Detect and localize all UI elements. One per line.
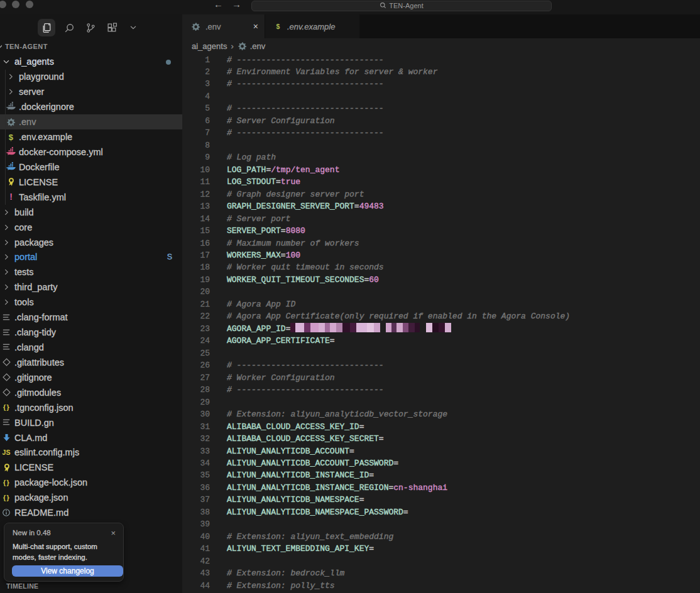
- svg-text:{}: {}: [3, 494, 9, 501]
- svg-text:$: $: [276, 23, 280, 30]
- svg-text:{}: {}: [3, 403, 9, 411]
- svg-text:JS: JS: [3, 449, 11, 456]
- svg-text:!: !: [9, 192, 13, 202]
- svg-text:$: $: [8, 133, 13, 142]
- svg-text:{}: {}: [3, 479, 9, 486]
